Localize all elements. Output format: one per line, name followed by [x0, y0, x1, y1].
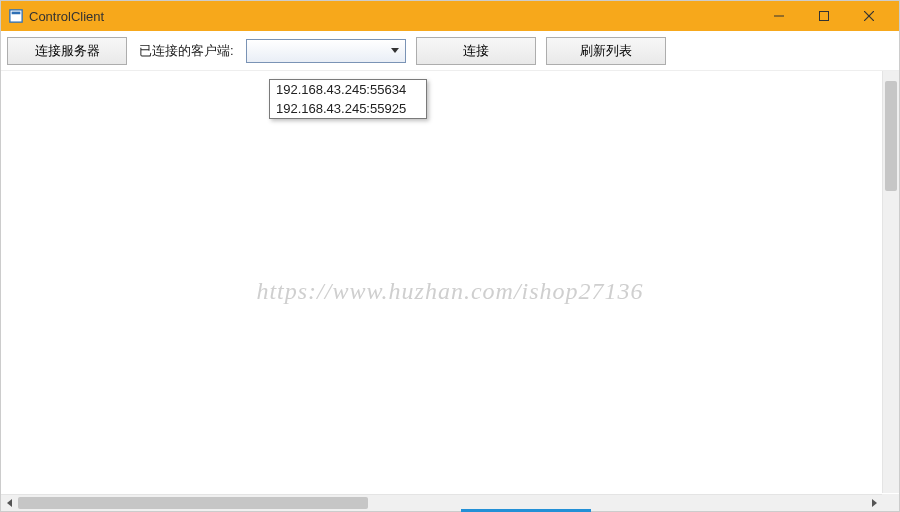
connect-button[interactable]: 连接 [416, 37, 536, 65]
vertical-scrollbar[interactable] [882, 71, 899, 493]
svg-rect-2 [774, 16, 784, 17]
horizontal-scroll-thumb[interactable] [18, 497, 368, 509]
app-window: ControlClient 连接服务器 已连接的客户端: 连接 刷新列表 htt… [0, 0, 900, 512]
scroll-left-arrow-icon[interactable] [1, 495, 18, 512]
client-combobox[interactable] [246, 39, 406, 63]
dropdown-item[interactable]: 192.168.43.245:55925 [270, 99, 426, 118]
content-area: https://www.huzhan.com/ishop27136 [1, 71, 899, 511]
toolbar: 连接服务器 已连接的客户端: 连接 刷新列表 [1, 31, 899, 71]
scroll-right-arrow-icon[interactable] [865, 495, 882, 512]
close-button[interactable] [846, 1, 891, 31]
minimize-button[interactable] [756, 1, 801, 31]
horizontal-scrollbar[interactable] [1, 494, 882, 511]
watermark-text: https://www.huzhan.com/ishop27136 [256, 278, 643, 305]
chevron-down-icon [391, 48, 399, 53]
dropdown-item[interactable]: 192.168.43.245:55634 [270, 80, 426, 99]
scroll-corner [882, 494, 899, 511]
connected-clients-label: 已连接的客户端: [137, 42, 236, 60]
svg-marker-7 [872, 499, 877, 507]
svg-rect-3 [819, 12, 828, 21]
vertical-scroll-thumb[interactable] [885, 81, 897, 191]
titlebar: ControlClient [1, 1, 899, 31]
app-icon [9, 9, 23, 23]
connect-server-button[interactable]: 连接服务器 [7, 37, 127, 65]
refresh-list-button[interactable]: 刷新列表 [546, 37, 666, 65]
svg-rect-1 [12, 12, 21, 15]
horizontal-scroll-track[interactable] [18, 495, 865, 511]
window-title: ControlClient [29, 9, 104, 24]
maximize-button[interactable] [801, 1, 846, 31]
client-dropdown-list: 192.168.43.245:55634 192.168.43.245:5592… [269, 79, 427, 119]
svg-marker-6 [7, 499, 12, 507]
